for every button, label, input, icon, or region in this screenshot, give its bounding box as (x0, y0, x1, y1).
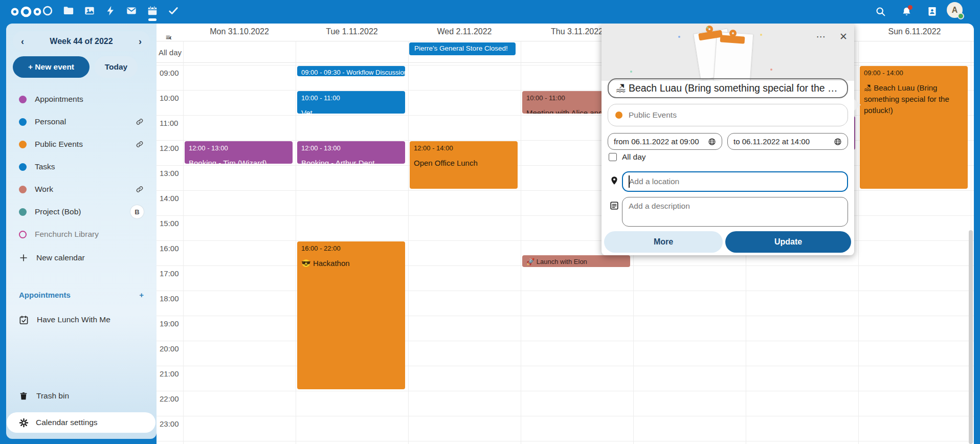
appointment-item[interactable]: Have Lunch With Me (13, 309, 150, 330)
event-time: 10:00 - 11:00 (301, 94, 401, 102)
contacts-icon[interactable] (925, 4, 939, 18)
sidebar-calendar-item[interactable]: Tasks (13, 156, 150, 178)
calendar-event[interactable]: 🚀 Launch with Elon (522, 255, 630, 267)
popup-more-actions-icon[interactable]: ⋯ (813, 29, 829, 44)
sidebar-calendar-item[interactable]: Appointments (13, 88, 150, 110)
next-week-button[interactable]: › (139, 37, 142, 46)
column-separator (296, 41, 296, 444)
end-datetime-label: to 06.11.2022 at 14:00 (733, 137, 810, 146)
sidebar-calendar-item[interactable]: Fenchurch Library (13, 223, 150, 246)
calendar-settings-label: Calendar settings (36, 418, 98, 427)
event-title: Booking - Tim (Wizard) (189, 158, 288, 164)
shared-link-icon[interactable] (136, 118, 144, 126)
event-title: 🚀 Launch with Elon (526, 258, 626, 265)
calendar-select-label: Public Events (629, 110, 677, 120)
calendar-select[interactable]: Public Events (608, 104, 848, 126)
sidebar-calendar-item[interactable]: Work (13, 178, 150, 201)
calendar-name: Public Events (35, 140, 83, 149)
time-label: 10:00 (160, 94, 179, 102)
event-title: 09:00 - 09:30 - Workflow Discussion (301, 69, 401, 76)
description-input[interactable] (622, 197, 848, 227)
calendar-settings-button[interactable]: Calendar settings (7, 412, 155, 433)
new-calendar-button[interactable]: New calendar (13, 248, 150, 268)
time-label: 13:00 (160, 169, 179, 177)
day-header[interactable]: Sun 6.11.2022 (858, 27, 971, 39)
shared-link-icon[interactable] (136, 140, 144, 148)
calendar-event[interactable]: 10:00 - 11:00Vet (297, 91, 405, 114)
nextcloud-logo-icon[interactable] (9, 5, 43, 20)
hour-line (157, 366, 974, 366)
popup-close-icon[interactable]: ✕ (836, 29, 851, 44)
view-columns-icon[interactable] (147, 62, 150, 72)
calendar-event[interactable]: 12:00 - 13:00Booking - Tim (Wizard) (185, 141, 293, 164)
new-event-button[interactable]: + New event (13, 56, 90, 78)
activity-icon[interactable] (104, 4, 117, 17)
calendar-icon[interactable] (146, 4, 159, 17)
description-icon (610, 201, 619, 211)
photos-icon[interactable] (83, 4, 96, 17)
hour-line (157, 441, 974, 441)
start-datetime-field[interactable]: from 06.11.2022 at 09:00 (608, 133, 722, 150)
shared-link-icon[interactable] (136, 185, 144, 193)
event-title: Booking - Arthur Dent (301, 158, 401, 164)
calendar-event[interactable]: 12:00 - 13:00Booking - Arthur Dent (297, 141, 405, 164)
time-label: 20:00 (160, 344, 179, 353)
more-button[interactable]: More (604, 231, 723, 253)
tasks-icon[interactable] (167, 4, 180, 17)
time-label: 09:00 (160, 69, 179, 77)
event-title-input[interactable]: 🏖 Beach Luau (Bring something special fo… (608, 78, 848, 98)
sidebar: ‹ Week 44 of 2022 › + New event Today Ap… (6, 24, 157, 439)
hour-line (157, 416, 974, 416)
today-button[interactable]: Today (95, 56, 138, 78)
user-status-dot (957, 13, 964, 19)
calendar-event[interactable]: 09:00 - 09:30 - Workflow Discussion (297, 66, 405, 76)
sidebar-calendar-item[interactable]: Personal (13, 110, 150, 133)
hour-line (157, 291, 974, 291)
end-datetime-field[interactable]: to 06.11.2022 at 14:00 (727, 133, 848, 150)
active-app-indicator (148, 18, 157, 21)
toolbar-row: + New event Today (13, 56, 150, 78)
calendar-dot-icon (19, 118, 27, 126)
trash-bin-label: Trash bin (36, 391, 69, 401)
day-header[interactable]: Tue 1.11.2022 (296, 27, 408, 39)
day-header[interactable]: Mon 31.10.2022 (183, 27, 296, 39)
calendar-event[interactable]: 16:00 - 22:00😎 Hackathon (297, 241, 405, 389)
event-title: Vet (301, 107, 401, 114)
calendar-event[interactable]: 12:00 - 14:00Open Office Lunch (410, 141, 518, 189)
allday-event[interactable]: Pierre's General Store Closed! (409, 42, 516, 55)
notification-badge (908, 5, 912, 10)
mail-icon[interactable] (125, 4, 138, 17)
top-bar: A (0, 0, 980, 24)
calendar-event[interactable]: 09:00 - 14:00🏖 Beach Luau (Bring somethi… (860, 66, 968, 189)
location-pin-icon (610, 175, 619, 186)
gear-icon (19, 418, 29, 428)
dashboard-icon[interactable] (41, 4, 54, 17)
vertical-scrollbar[interactable] (969, 230, 973, 444)
sidebar-calendar-item[interactable]: Public Events (13, 133, 150, 156)
previous-week-button[interactable]: ‹ (21, 37, 24, 46)
time-label: 22:00 (160, 394, 179, 403)
files-icon[interactable] (62, 4, 75, 17)
sidebar-calendar-item[interactable]: Project (Bob)B (13, 201, 150, 223)
allday-checkbox-row[interactable]: All day (609, 152, 646, 162)
add-appointment-button[interactable]: + (139, 291, 144, 299)
column-separator (408, 41, 409, 444)
event-title-value: 🏖 Beach Luau (Bring something special fo… (616, 82, 840, 94)
timezone-globe-icon[interactable] (708, 138, 716, 146)
timezone-globe-icon[interactable] (834, 138, 842, 146)
allday-checkbox[interactable] (609, 153, 617, 161)
time-label: 14:00 (160, 194, 179, 203)
trash-bin-button[interactable]: Trash bin (13, 385, 150, 407)
day-header[interactable]: Wed 2.11.2022 (408, 27, 521, 39)
calendar-name: Project (Bob) (35, 207, 81, 216)
location-input[interactable] (622, 171, 848, 192)
event-time: 12:00 - 14:00 (414, 144, 514, 152)
notifications-bell-icon[interactable] (899, 4, 914, 18)
update-button[interactable]: Update (725, 231, 851, 253)
calendar-item-extras (136, 140, 144, 148)
time-label: 23:00 (160, 419, 179, 428)
search-icon[interactable] (873, 4, 887, 18)
calendar-item-extras (136, 118, 144, 126)
event-editor-popup: ⋯ ✕ 🏖 Beach Luau (Bring something specia… (602, 24, 854, 255)
calendar-dot-icon (19, 186, 27, 193)
